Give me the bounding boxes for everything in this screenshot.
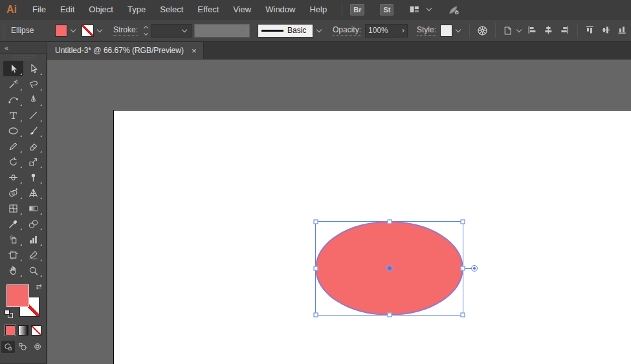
direct-selection-tool[interactable] [23,61,43,76]
panel-grip[interactable] [12,55,35,60]
draw-behind-button[interactable] [16,341,30,353]
tab-close-icon[interactable]: × [192,47,197,55]
gradient-button[interactable] [18,325,28,336]
draw-normal-button[interactable] [1,341,15,353]
zoom-tool[interactable] [23,262,43,278]
align-v-middle-button[interactable] [601,25,612,36]
opacity-arrow-icon[interactable]: › [402,26,404,35]
fill-color-swatch[interactable] [55,25,67,37]
ellipse-tool[interactable] [3,123,23,138]
gpu-performance-button[interactable] [448,4,459,16]
align-right-button[interactable] [560,25,570,36]
document-area: Untitled-3* @ 66.67% (RGB/Preview) × [47,42,631,364]
recolor-artwork-button[interactable] [476,25,489,37]
pie-widget[interactable] [471,265,478,272]
canvas[interactable] [47,59,631,364]
handle-top-left[interactable] [314,220,318,224]
eraser-tool[interactable] [23,138,43,154]
curvature-tool[interactable] [3,92,23,107]
fill-color-dropdown[interactable] [55,25,78,37]
menu-type[interactable]: Type [120,0,153,19]
controlbar-separator [495,23,496,38]
stroke-weight-dropdown[interactable] [151,24,189,37]
shaper-tool[interactable] [3,138,23,154]
lasso-tool[interactable] [23,76,43,92]
handle-mid-left[interactable] [314,266,318,271]
style-label[interactable]: Style: [417,25,436,36]
handle-bottom-left[interactable] [314,313,318,317]
chevron-down-icon [516,27,522,32]
handle-top-center[interactable] [387,220,392,224]
workspace-switcher-button[interactable] [409,4,434,15]
align-h-center-button[interactable] [544,25,554,36]
center-point-widget[interactable] [388,266,392,270]
shape-builder-tool[interactable] [3,185,23,200]
handle-bottom-right[interactable] [461,313,465,317]
color-button[interactable] [5,325,16,336]
swap-fill-stroke-icon[interactable]: ⇄ [36,283,41,290]
scale-tool[interactable] [23,154,43,169]
handle-top-right[interactable] [461,220,465,224]
opacity-link-label[interactable]: Opacity: [333,25,361,36]
rotate-tool[interactable] [3,154,23,169]
menu-edit[interactable]: Edit [53,0,82,19]
controlbar-separator [469,23,470,38]
artboard-tool[interactable] [3,247,23,262]
stroke-color-dropdown[interactable] [82,25,104,37]
magic-wand-tool[interactable] [3,76,23,92]
document-tab[interactable]: Untitled-3* @ 66.67% (RGB/Preview) × [47,42,204,59]
paintbrush-tool[interactable] [23,123,43,138]
brush-preview[interactable]: Basic [258,24,313,37]
puppet-warp-tool[interactable] [23,169,43,185]
align-to-button[interactable] [502,25,524,36]
gradient-tool[interactable] [23,200,43,216]
bridge-button[interactable]: Br [350,4,364,16]
stroke-none-swatch[interactable] [82,25,94,37]
hand-tool[interactable] [3,262,23,278]
menu-select[interactable]: Select [153,0,190,19]
mesh-tool[interactable] [3,200,23,216]
stroke-link-label[interactable]: Stroke: [113,25,138,36]
chevron-down-icon [71,27,76,32]
selection-tool[interactable] [3,61,23,76]
align-group-separator [577,24,578,37]
default-fill-stroke-icon[interactable] [5,310,13,318]
graphic-style-dropdown[interactable] [440,25,463,37]
eyedropper-tool[interactable] [3,216,23,231]
perspective-grid-tool[interactable] [23,185,43,200]
blend-tool[interactable] [23,216,43,231]
menu-object[interactable]: Object [82,0,120,19]
align-left-button[interactable] [527,25,538,36]
stroke-weight-stepper[interactable] [142,25,150,36]
pen-tool[interactable] [23,92,43,107]
fill-proxy[interactable] [6,284,29,307]
handle-mid-right[interactable] [461,266,465,271]
handle-bottom-center[interactable] [387,313,392,317]
symbol-sprayer-tool[interactable] [3,231,23,247]
collapse-panel-button[interactable]: « [0,42,47,53]
variable-width-profile-dropdown [189,24,247,37]
menu-help[interactable]: Help [302,0,334,19]
line-segment-tool[interactable] [23,107,43,123]
recolor-artwork-icon [476,25,489,37]
draw-inside-button[interactable] [31,341,45,353]
width-tool[interactable] [3,169,23,185]
brush-definition-dropdown[interactable]: Basic [258,24,324,37]
menu-window[interactable]: Window [258,0,302,19]
menu-effect[interactable]: Effect [190,0,226,19]
controlbar-grip[interactable] [2,22,6,39]
menu-view[interactable]: View [226,0,258,19]
align-to-icon [502,25,513,36]
stock-button[interactable]: St [380,4,393,16]
align-bottom-button[interactable] [617,25,628,36]
opacity-field[interactable]: 100% › [365,24,408,37]
column-graph-tool[interactable] [23,231,43,247]
selection-bounding-box[interactable] [315,221,463,316]
none-button[interactable] [31,325,41,336]
drawing-mode-buttons [0,341,46,353]
type-tool[interactable] [3,107,23,123]
style-swatch[interactable] [440,25,452,37]
slice-tool[interactable] [23,247,43,262]
menu-file[interactable]: File [25,0,53,19]
align-top-button[interactable] [585,25,595,36]
